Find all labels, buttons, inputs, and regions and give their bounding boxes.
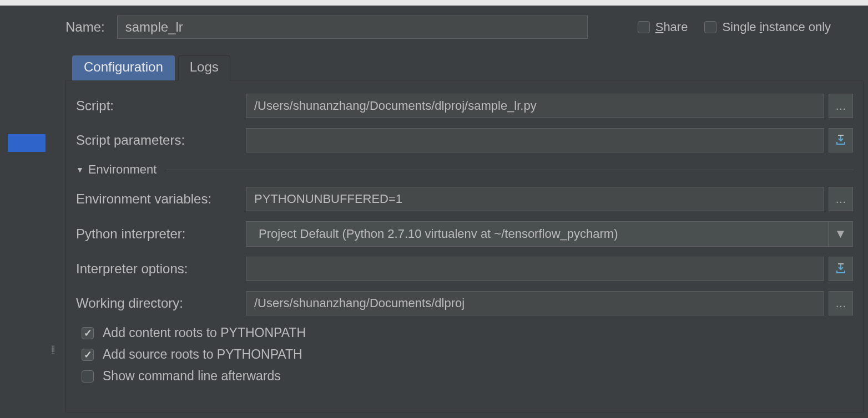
env-vars-edit-button[interactable]: … xyxy=(829,187,853,211)
ellipsis-icon: … xyxy=(835,193,846,206)
expand-field-icon xyxy=(835,263,847,275)
script-params-label: Script parameters: xyxy=(76,132,246,148)
checkbox-icon xyxy=(82,370,94,383)
ellipsis-icon: … xyxy=(835,100,846,113)
interpreter-options-expand-button[interactable] xyxy=(829,257,853,281)
name-label: Name: xyxy=(65,19,105,35)
env-vars-label: Environment variables: xyxy=(76,191,246,207)
collapse-triangle-icon: ▼ xyxy=(76,165,84,174)
show-cmd-line-label: Show command line afterwards xyxy=(103,369,281,384)
sidebar-selected-item[interactable] xyxy=(8,134,46,152)
section-divider xyxy=(166,170,853,170)
checkbox-icon xyxy=(82,327,94,339)
single-instance-label: Single instance only xyxy=(722,20,831,34)
name-input[interactable] xyxy=(117,16,588,39)
window-titlebar xyxy=(0,0,868,6)
script-input[interactable] xyxy=(246,94,824,118)
interpreter-label: Python interpreter: xyxy=(76,226,246,242)
environment-section-label: Environment xyxy=(88,162,157,177)
script-params-expand-button[interactable] xyxy=(829,128,853,152)
checkbox-icon xyxy=(638,21,650,33)
add-content-roots-checkbox[interactable]: Add content roots to PYTHONPATH xyxy=(82,325,853,340)
add-source-roots-checkbox[interactable]: Add source roots to PYTHONPATH xyxy=(82,347,853,362)
ellipsis-icon: … xyxy=(835,297,846,310)
working-dir-browse-button[interactable]: … xyxy=(829,291,853,315)
interpreter-dropdown[interactable]: Project Default (Python 2.7.10 virtualen… xyxy=(246,221,853,247)
interpreter-options-label: Interpreter options: xyxy=(76,261,246,277)
configuration-panel: Script: … Script parameters: xyxy=(65,80,864,412)
script-browse-button[interactable]: … xyxy=(829,94,853,118)
tab-configuration[interactable]: Configuration xyxy=(72,55,175,80)
working-dir-input[interactable] xyxy=(246,291,824,315)
checkbox-icon xyxy=(82,349,94,361)
dropdown-arrow-button[interactable]: ▼ xyxy=(828,222,852,246)
config-tree-sidebar[interactable]: ⠿⠿⠿ xyxy=(0,6,46,418)
script-label: Script: xyxy=(76,98,246,114)
environment-section-header[interactable]: ▼ Environment xyxy=(76,162,853,177)
script-params-input[interactable] xyxy=(246,128,824,152)
chevron-down-icon: ▼ xyxy=(835,227,847,241)
interpreter-value: Project Default (Python 2.7.10 virtualen… xyxy=(246,227,828,241)
env-vars-input[interactable] xyxy=(246,187,824,211)
working-dir-label: Working directory: xyxy=(76,295,246,311)
share-checkbox[interactable]: Share xyxy=(638,20,688,34)
expand-field-icon xyxy=(835,134,847,146)
add-source-roots-label: Add source roots to PYTHONPATH xyxy=(103,347,302,362)
checkbox-icon xyxy=(704,21,716,33)
interpreter-options-input[interactable] xyxy=(246,257,824,281)
tab-logs[interactable]: Logs xyxy=(178,55,230,80)
show-cmd-line-checkbox[interactable]: Show command line afterwards xyxy=(82,369,853,384)
single-instance-checkbox[interactable]: Single instance only xyxy=(704,20,831,34)
share-label: Share xyxy=(655,20,688,34)
add-content-roots-label: Add content roots to PYTHONPATH xyxy=(103,325,306,340)
